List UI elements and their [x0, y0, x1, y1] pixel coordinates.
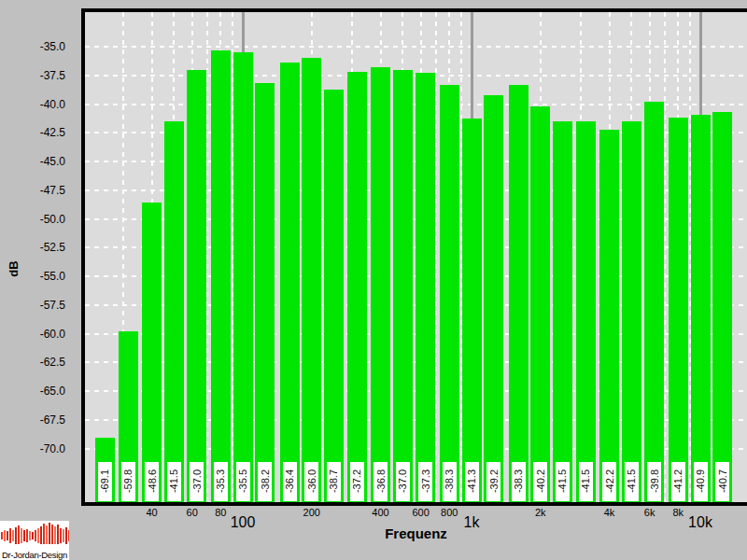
spectrum-bar: -40.7: [712, 112, 732, 502]
x-axis-tick-label-minor: 400: [362, 507, 400, 519]
spectrum-bar: -37.3: [416, 73, 435, 502]
bar-value-text: -37.0: [397, 469, 408, 493]
y-axis-tick-label: -37.5: [6, 68, 65, 83]
bar-value-text: -41.2: [672, 469, 684, 493]
bar-value-text: -36.4: [284, 469, 295, 493]
bar-value-text: -41.5: [557, 469, 568, 493]
bar-value-text: -59.8: [122, 469, 134, 493]
spectrum-bar: -41.5: [164, 121, 184, 502]
bar-value-text: -40.7: [717, 469, 728, 493]
bar-value-label: -59.8: [121, 462, 135, 501]
bar-value-label: -48.6: [145, 462, 159, 501]
bar-value-label: -41.2: [671, 462, 685, 501]
bar-value-label: -36.4: [283, 462, 297, 501]
bar-value-label: -35.5: [236, 462, 250, 501]
y-axis-tick-label: -70.0: [6, 441, 65, 456]
x-axis-tick-label-major: 1k: [449, 514, 494, 531]
y-axis-tick-label: -62.5: [6, 355, 65, 370]
x-axis-tick-label-minor: 40: [134, 507, 171, 519]
y-axis-tick-label: -45.0: [6, 154, 65, 169]
spectrum-bar: -42.2: [599, 130, 619, 502]
brand-logo: Dr-Jordan-Design: [0, 521, 69, 560]
bar-value-text: -37.2: [351, 469, 362, 493]
spectrum-bar: -36.8: [371, 67, 390, 502]
bar-value-text: -35.3: [215, 469, 226, 493]
spectrum-bar: -39.2: [484, 95, 503, 502]
bar-value-text: -38.7: [328, 469, 339, 493]
spectrum-bar: -37.0: [393, 70, 413, 502]
h-gridline: [85, 46, 747, 48]
bar-value-text: -41.5: [580, 469, 591, 493]
spectrum-bar: -36.0: [302, 58, 321, 502]
bar-value-label: -40.7: [715, 462, 729, 501]
spectrum-analyzer-window: dB -69.1-59.8-48.6-41.5-37.0-35.3-35.5-3…: [0, 0, 747, 560]
spectrum-bar: -41.5: [622, 121, 641, 502]
bar-value-label: -40.2: [533, 462, 547, 501]
spectrum-bar: -40.9: [691, 115, 711, 502]
bar-value-label: -41.5: [167, 462, 181, 501]
spectrum-bar: -37.0: [187, 70, 206, 502]
y-axis-tick-label: -35.0: [6, 39, 65, 54]
bar-value-label: -35.3: [214, 462, 228, 501]
bar-value-label: -41.3: [465, 462, 479, 501]
bar-value-text: -35.5: [237, 469, 248, 493]
v-gridline-minor: [435, 12, 437, 502]
spectrum-bar: -38.3: [509, 85, 529, 502]
bar-value-label: -36.0: [304, 462, 318, 501]
y-axis-tick-label: -42.5: [6, 125, 65, 140]
bar-value-text: -41.5: [168, 469, 179, 493]
bar-value-text: -39.2: [488, 469, 500, 493]
spectrum-bar: -36.4: [280, 63, 300, 502]
bar-value-label: -38.3: [512, 462, 526, 501]
spectrum-bar: -41.5: [553, 121, 572, 502]
bar-value-text: -41.3: [466, 469, 477, 493]
spectrum-bar: -38.2: [255, 83, 275, 502]
bar-value-label: -38.2: [258, 462, 272, 501]
y-axis-tick-label: -67.5: [6, 413, 65, 427]
bar-value-label: -39.2: [486, 462, 500, 501]
bar-value-text: -36.0: [306, 469, 317, 493]
spectrum-bar: -69.1: [95, 438, 115, 502]
v-gridline-minor: [664, 12, 666, 502]
x-axis-tick-label-minor: 2k: [522, 507, 559, 519]
spectrum-bar: -59.8: [119, 331, 138, 502]
bar-value-text: -38.2: [260, 469, 271, 493]
bar-value-label: -69.1: [98, 462, 112, 501]
x-axis-tick-label-major: 100: [220, 514, 265, 531]
x-axis-tick-label-minor: 4k: [591, 507, 628, 519]
plot-area: -69.1-59.8-48.6-41.5-37.0-35.3-35.5-38.2…: [85, 12, 747, 502]
spectrum-bar: -35.3: [211, 50, 231, 502]
bar-value-label: -37.0: [396, 462, 410, 501]
y-axis-tick-label: -47.5: [6, 183, 65, 198]
bar-value-label: -41.5: [556, 462, 570, 501]
y-axis-tick-label: -65.0: [6, 384, 65, 399]
x-axis-tick-label-major: 10k: [678, 514, 723, 531]
bar-value-label: -39.8: [647, 462, 661, 501]
bar-value-text: -48.6: [147, 469, 158, 493]
spectrum-bar: -38.7: [324, 90, 344, 502]
spectrum-bar: -38.3: [440, 85, 459, 502]
bar-value-label: -38.3: [443, 462, 457, 501]
bar-value-label: -37.3: [418, 462, 432, 501]
brand-logo-label: Dr-Jordan-Design: [0, 550, 69, 560]
spectrum-bar: -39.8: [644, 102, 664, 502]
bar-value-text: -41.5: [626, 469, 637, 493]
spectrum-bar: -41.3: [462, 119, 482, 502]
x-axis-title: Frequenz: [85, 525, 747, 541]
bar-value-text: -38.3: [444, 469, 455, 493]
bar-value-label: -37.2: [350, 462, 364, 501]
y-axis-tick-label: -57.5: [6, 298, 65, 313]
spectrum-bar: -40.2: [530, 106, 550, 502]
y-axis-tick-label: -40.0: [6, 97, 65, 112]
spectrum-bar: -41.5: [576, 121, 596, 502]
y-axis-tick-label: -52.5: [6, 240, 65, 255]
bar-value-label: -36.8: [374, 462, 388, 501]
bar-value-text: -69.1: [99, 469, 110, 493]
bar-value-label: -40.9: [694, 462, 708, 501]
y-axis-tick-label: -55.0: [6, 269, 65, 284]
bar-value-label: -41.5: [579, 462, 593, 501]
bar-value-text: -36.8: [375, 469, 387, 493]
spectrum-bar: -41.2: [669, 118, 688, 502]
y-axis-tick-label: -60.0: [6, 327, 65, 342]
y-axis-tick-label: -50.0: [6, 212, 65, 227]
